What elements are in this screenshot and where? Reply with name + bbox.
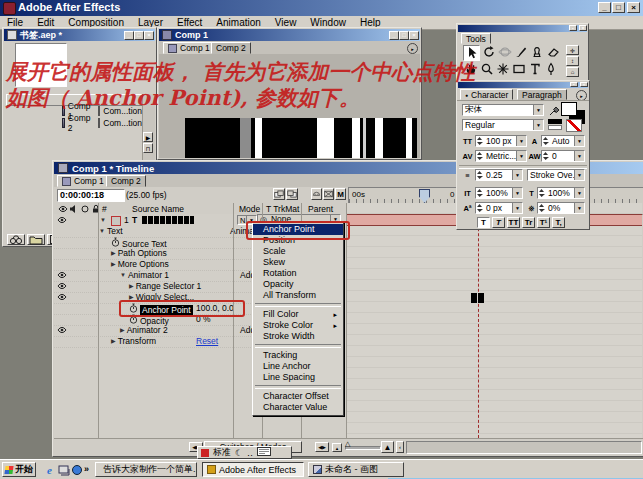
twirl-closed-icon[interactable]: ▶ [111,248,116,259]
menu-item-scale[interactable]: Scale [253,246,343,257]
project-titlebar[interactable]: 书签.aep * _ □ × [4,29,155,41]
eraser-tool-icon[interactable] [545,45,560,59]
orbit-camera-tool-icon[interactable] [497,45,512,59]
column-index[interactable]: # [102,204,107,214]
paintbrush-tool-icon[interactable] [513,45,528,59]
menu-item-character-value[interactable]: Character Value [253,402,343,413]
faux-style-button-5[interactable]: T, [552,217,565,228]
layer-color-label[interactable] [111,216,121,226]
maximize-button[interactable]: □ [612,2,625,13]
timeline-graph-area[interactable] [347,203,642,438]
task-button-2[interactable]: 未命名 - 画图 [308,462,404,477]
spinner-icon[interactable] [476,203,483,213]
aki-field[interactable]: 0▼ [541,150,585,162]
pan-behind-tool-icon[interactable] [495,62,510,76]
faux-style-button-1[interactable]: T [492,217,505,228]
column-parent[interactable]: Parent [308,204,333,214]
twirl-closed-icon[interactable]: ▶ [129,281,134,292]
quick-launch-desktop-icon[interactable] [57,463,70,476]
spinner-icon[interactable] [476,170,483,180]
tools-titlebar[interactable]: ▪ × [458,25,587,32]
ime-toolbar[interactable]: 标准 ☾ ‥ [197,446,292,459]
stroke-width-field[interactable]: 0.25▼ [475,169,523,181]
tab-paragraph[interactable]: Paragraph [517,89,567,100]
timeline-zoom-slider[interactable] [345,446,381,450]
menu-item-position[interactable]: Position [253,235,343,246]
spinner-icon[interactable] [538,188,545,198]
menu-item-opacity[interactable]: Opacity [253,279,343,290]
scroll-right-icon[interactable]: ▶ [143,132,153,142]
property-label[interactable]: Animator 2 [127,325,168,336]
property-value[interactable]: 0 % [196,314,211,325]
property-label[interactable]: Path Options [118,248,167,259]
spinner-icon[interactable] [538,203,545,213]
menu-item-anchor-point[interactable]: Anchor Point [253,224,343,235]
rect-mask-tool-icon[interactable] [511,62,526,76]
palette-close-button[interactable]: × [580,82,588,87]
horizontal-scrollbar[interactable] [406,441,642,454]
keyframe-block[interactable] [478,293,484,303]
camera-orbit-button[interactable]: ↕ [566,56,579,66]
spinner-icon[interactable] [542,136,549,146]
frame-blend-button[interactable] [323,188,334,200]
layer-name-blocks[interactable] [142,216,194,224]
column-divider[interactable] [98,203,99,438]
scroll-panel-icon[interactable]: ⊓ [143,143,153,153]
property-value[interactable]: Reset [196,336,218,347]
scroll-left-arrow[interactable]: ‹ [396,441,404,453]
palette-close-button[interactable]: × [579,25,587,31]
tools-tab[interactable]: Tools [461,33,491,44]
tab-character[interactable]: ● Character [460,89,513,100]
fill-swatch[interactable] [561,102,577,116]
twirl-closed-icon[interactable]: ▶ [111,336,116,347]
menu-item-skew[interactable]: Skew [253,257,343,268]
twirl-closed-icon[interactable]: ▶ [129,292,134,303]
twirl-closed-icon[interactable]: ▶ [120,325,125,336]
comp-family-button-2[interactable] [286,188,298,200]
pen-tool-icon[interactable] [543,62,558,76]
close-button[interactable]: × [627,2,640,13]
spinner-icon[interactable] [476,188,483,198]
new-folder-button[interactable] [27,234,45,245]
kerning-field[interactable]: Auto▼ [541,135,585,147]
timeline-zoom-thumb[interactable]: △ [345,440,350,448]
twirl-open-icon[interactable]: ▼ [120,270,126,281]
eyedropper-icon[interactable] [548,104,560,118]
tsume-field[interactable]: 0%▼ [537,202,585,214]
comp-family-button-1[interactable] [273,188,285,200]
menu-item-stroke-color[interactable]: Stroke Color▸ [253,320,343,331]
font-style-select[interactable]: Regular▼ [462,119,544,131]
swap-swatch-icon[interactable] [548,119,562,124]
viewer-tab-comp2[interactable]: Comp 2 [211,42,251,54]
no-color-icon[interactable] [566,119,582,132]
zoom-out-icon[interactable]: ▴ [332,443,342,452]
character-titlebar[interactable]: ▪ × [458,82,588,88]
property-label[interactable]: Wiggly Select... [136,292,195,303]
viewer-titlebar[interactable]: Comp 1 _ □ × [159,29,420,41]
column-trkmat[interactable]: T TrkMat [266,204,299,214]
timeline-tab-comp2[interactable]: Comp 2 [106,175,146,187]
quick-launch-overflow[interactable]: » [84,464,89,474]
task-button-0[interactable]: 告诉大家制作一个简单... [95,462,197,477]
start-button[interactable]: 开始 [2,462,36,477]
zoom-tool-icon[interactable] [479,62,494,76]
twirl-open-icon[interactable]: ▼ [99,226,105,237]
motion-blur-button[interactable]: M [335,188,346,200]
quick-launch-browser-icon[interactable]: e [43,463,56,476]
pane-arrows-right[interactable]: ◀▶ [315,442,329,452]
property-label[interactable]: Animator 1 [128,270,169,281]
quick-launch-outlook-icon[interactable] [70,463,83,476]
zoom-in-icon[interactable]: ▲ [381,441,394,453]
spinner-icon[interactable] [476,136,483,146]
current-time-field[interactable]: 0:00:00:18 [57,189,125,202]
vertical-scale-field[interactable]: 100%▼ [475,187,523,199]
menu-item-line-anchor[interactable]: Line Anchor [253,361,343,372]
menu-item-fill-color[interactable]: Fill Color▸ [253,309,343,320]
menu-item-tracking[interactable]: Tracking [253,350,343,361]
menu-item-all-transform[interactable]: All Transform [253,290,343,301]
property-label[interactable]: More Options [118,259,169,270]
rotation-tool-icon[interactable] [481,45,496,59]
moon-icon[interactable]: ☾ [235,448,243,458]
horizontal-scale-field[interactable]: 100%▼ [537,187,585,199]
soft-keyboard-icon[interactable] [257,447,271,458]
